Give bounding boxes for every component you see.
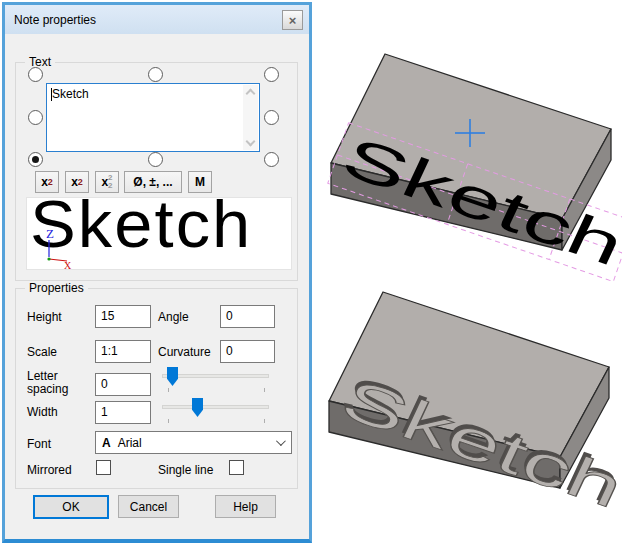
close-icon[interactable]: ×	[282, 10, 303, 30]
axis-marker-icon: Z X	[37, 225, 77, 270]
title-bar[interactable]: Note properties	[5, 5, 309, 34]
textarea-scrollbar[interactable]	[243, 85, 258, 150]
anchor-radio-top-right[interactable]	[264, 67, 279, 82]
curvature-label: Curvature	[158, 345, 211, 359]
letter-spacing-slider[interactable]	[162, 366, 269, 390]
width-slider[interactable]	[162, 397, 269, 421]
screenshot-root: Note properties × Text Sketch x2	[0, 0, 622, 548]
angle-label: Angle	[158, 310, 189, 324]
superscript-button[interactable]: x2	[35, 171, 59, 193]
super-subscript-button[interactable]: x 22	[95, 171, 119, 193]
help-button[interactable]: Help	[215, 495, 276, 518]
scroll-up-icon[interactable]	[246, 89, 256, 99]
anchor-radio-bottom-center[interactable]	[148, 152, 163, 167]
font-a-icon: A	[102, 436, 111, 450]
width-slider-thumb[interactable]	[192, 398, 203, 417]
anchor-radio-middle-left[interactable]	[28, 110, 43, 125]
subscript-button[interactable]: x2	[65, 171, 89, 193]
properties-group-label: Properties	[25, 281, 88, 295]
note-text-input[interactable]: Sketch	[46, 83, 260, 152]
anchor-radio-bottom-right[interactable]	[264, 152, 279, 167]
angle-input[interactable]: 0	[220, 305, 275, 328]
mirrored-checkbox[interactable]	[96, 460, 111, 475]
curvature-input[interactable]: 0	[220, 340, 275, 363]
dialog-title: Note properties	[14, 13, 96, 27]
scale-input[interactable]: 1:1	[95, 340, 151, 363]
letter-spacing-input[interactable]: 0	[95, 373, 151, 396]
height-label: Height	[27, 310, 62, 324]
block-3d-bottom[interactable]: Sketch Sketch	[329, 292, 622, 522]
measure-button[interactable]: M	[188, 171, 212, 193]
note-text-value: Sketch	[52, 87, 89, 101]
anchor-radio-top-left[interactable]	[28, 67, 43, 82]
anchor-radio-top-center[interactable]	[148, 67, 163, 82]
scroll-down-icon[interactable]	[246, 137, 256, 147]
cad-viewport[interactable]: Sketch Sketch Sketch	[311, 0, 622, 548]
width-label: Width	[27, 405, 58, 419]
mirrored-label: Mirrored	[27, 463, 72, 477]
anchor-radio-bottom-left[interactable]	[28, 152, 43, 167]
single-line-label: Single line	[158, 463, 213, 477]
font-label: Font	[27, 437, 51, 451]
single-line-checkbox[interactable]	[229, 460, 244, 475]
height-input[interactable]: 15	[95, 305, 151, 328]
note-properties-dialog: Note properties × Text Sketch x2	[2, 2, 312, 543]
special-symbols-button[interactable]: Ø, ±, ...	[124, 171, 182, 193]
cancel-button[interactable]: Cancel	[118, 495, 179, 518]
font-value: Arial	[118, 436, 142, 450]
svg-text:Z: Z	[46, 226, 54, 241]
block-3d-top[interactable]: Sketch	[328, 54, 622, 282]
anchor-radio-middle-right[interactable]	[264, 110, 279, 125]
text-preview: Sketch Z X	[26, 197, 292, 270]
scale-label: Scale	[27, 345, 57, 359]
letter-spacing-label: Letter spacing	[27, 370, 83, 396]
width-input[interactable]: 1	[95, 401, 151, 424]
font-select[interactable]: A Arial	[95, 431, 292, 454]
letter-spacing-slider-thumb[interactable]	[167, 367, 178, 386]
text-group-label: Text	[25, 55, 55, 69]
svg-text:X: X	[64, 260, 72, 270]
chevron-down-icon	[276, 436, 286, 446]
ok-button[interactable]: OK	[33, 495, 109, 519]
